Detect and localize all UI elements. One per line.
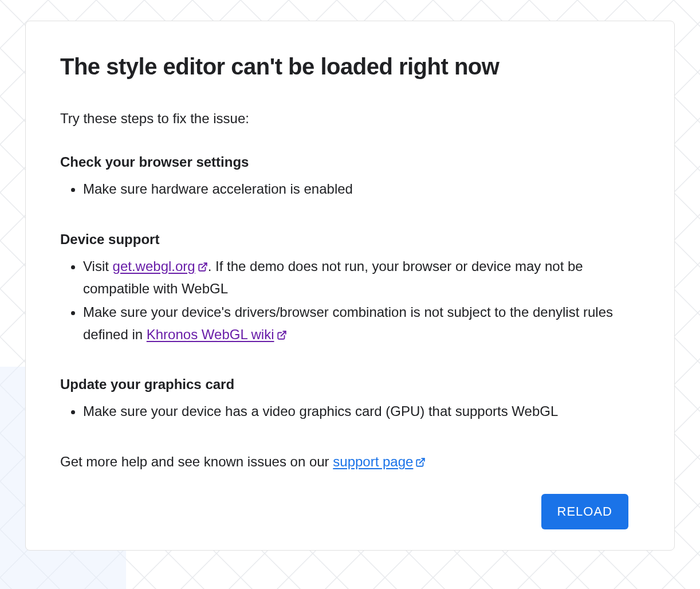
svg-line-2 [202,263,206,268]
help-text: Get more help and see known issues on ou… [60,454,640,470]
svg-line-4 [420,459,424,464]
section-heading-browser: Check your browser settings [60,154,640,170]
error-card: The style editor can't be loaded right n… [25,21,675,551]
webgl-link[interactable]: get.webgl.org [113,258,208,274]
external-link-icon [198,262,208,272]
support-link[interactable]: support page [333,454,426,469]
list-item: Make sure your device has a video graphi… [83,400,640,423]
section-heading-graphics: Update your graphics card [60,376,640,392]
list-item: Make sure hardware acceleration is enabl… [83,178,640,201]
list-item-text: Visit [83,258,113,274]
intro-text: Try these steps to fix the issue: [60,111,640,127]
external-link-icon [415,457,426,468]
list-item: Visit get.webgl.org. If the demo does no… [83,256,640,300]
external-link-icon [277,330,287,340]
svg-line-3 [281,331,285,336]
page-title: The style editor can't be loaded right n… [60,53,640,80]
reload-button[interactable]: RELOAD [541,494,628,529]
list-item: Make sure your device's drivers/browser … [83,301,640,346]
section-heading-device: Device support [60,231,640,248]
khronos-link[interactable]: Khronos WebGL wiki [147,327,287,342]
